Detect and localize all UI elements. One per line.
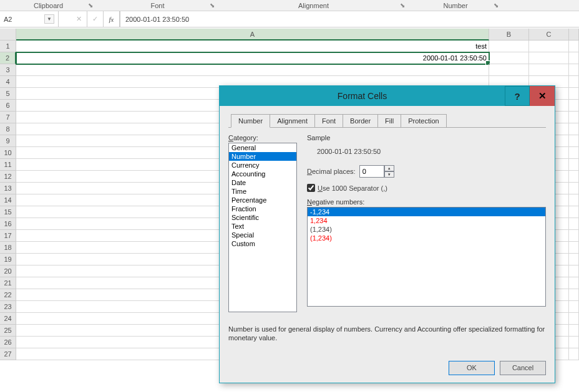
- cell[interactable]: [569, 289, 579, 301]
- negative-numbers-listbox[interactable]: -1,2341,234(1,234)(1,234): [307, 207, 546, 307]
- cell[interactable]: [489, 52, 529, 64]
- negative-number-item[interactable]: 1,234: [308, 216, 545, 225]
- row-header[interactable]: 1: [0, 41, 16, 52]
- cell[interactable]: [569, 277, 579, 289]
- row-header[interactable]: 4: [0, 76, 16, 88]
- negative-number-item[interactable]: (1,234): [308, 234, 545, 242]
- row-header[interactable]: 7: [0, 112, 16, 123]
- cell[interactable]: [569, 52, 579, 64]
- cell[interactable]: [569, 313, 579, 325]
- column-header-d[interactable]: [569, 29, 579, 41]
- cell[interactable]: [569, 265, 579, 277]
- row-header[interactable]: 20: [0, 265, 16, 277]
- category-item[interactable]: Time: [229, 187, 296, 196]
- cell[interactable]: [569, 301, 579, 313]
- cell[interactable]: [569, 41, 579, 52]
- row-header[interactable]: 24: [0, 313, 16, 325]
- cell[interactable]: [569, 337, 579, 348]
- dialog-titlebar[interactable]: Format Cells ? ✕: [220, 86, 555, 106]
- decimal-places-spinner[interactable]: ▲ ▼: [359, 165, 394, 178]
- chevron-down-icon[interactable]: ▼: [44, 14, 54, 24]
- category-item[interactable]: Percentage: [229, 196, 296, 204]
- row-header[interactable]: 16: [0, 218, 16, 230]
- enter-formula-button[interactable]: ✓: [87, 11, 104, 27]
- tab-protection[interactable]: Protection: [401, 114, 447, 128]
- tab-alignment[interactable]: Alignment: [270, 114, 315, 128]
- cell[interactable]: [529, 64, 569, 76]
- cell[interactable]: [569, 88, 579, 100]
- cell[interactable]: [569, 325, 579, 337]
- row-header[interactable]: 9: [0, 135, 16, 147]
- tab-number[interactable]: Number: [231, 114, 270, 128]
- cell[interactable]: 2000-01-01 23:50:50: [16, 52, 489, 64]
- dialog-launcher-icon[interactable]: ⬊: [210, 2, 215, 9]
- cell[interactable]: [569, 194, 579, 206]
- cell[interactable]: [569, 100, 579, 112]
- row-header[interactable]: 23: [0, 301, 16, 313]
- thousand-separator-checkbox[interactable]: [307, 184, 315, 192]
- cell[interactable]: [569, 112, 579, 123]
- row-header[interactable]: 19: [0, 254, 16, 265]
- formula-input[interactable]: 2000-01-01 23:50:50: [120, 11, 579, 27]
- cell[interactable]: test: [16, 41, 489, 52]
- negative-number-item[interactable]: (1,234): [308, 225, 545, 234]
- dialog-help-button[interactable]: ?: [505, 86, 530, 106]
- cell[interactable]: [569, 230, 579, 242]
- row-header[interactable]: 18: [0, 242, 16, 254]
- cell[interactable]: [569, 242, 579, 254]
- cell[interactable]: [489, 64, 529, 76]
- negative-number-item[interactable]: -1,234: [308, 208, 545, 216]
- category-item[interactable]: Special: [229, 231, 296, 239]
- cell[interactable]: [529, 52, 569, 64]
- row-header[interactable]: 13: [0, 183, 16, 194]
- row-header[interactable]: 17: [0, 230, 16, 242]
- cell[interactable]: [569, 135, 579, 147]
- cell[interactable]: [569, 206, 579, 218]
- cell[interactable]: [16, 64, 489, 76]
- row-header[interactable]: 21: [0, 277, 16, 289]
- column-header-b[interactable]: B: [489, 29, 529, 41]
- row-header[interactable]: 27: [0, 348, 16, 360]
- row-header[interactable]: 3: [0, 64, 16, 76]
- spinner-up-icon[interactable]: ▲: [384, 165, 394, 171]
- cell[interactable]: [569, 254, 579, 265]
- cell[interactable]: [569, 123, 579, 135]
- cancel-button[interactable]: Cancel: [500, 361, 546, 375]
- dialog-launcher-icon[interactable]: ⬊: [400, 2, 405, 9]
- dialog-launcher-icon[interactable]: ⬊: [88, 2, 93, 9]
- cell[interactable]: [569, 159, 579, 171]
- dialog-close-button[interactable]: ✕: [530, 86, 555, 106]
- cell[interactable]: [569, 218, 579, 230]
- cell[interactable]: [569, 171, 579, 183]
- category-item[interactable]: Custom: [229, 239, 296, 248]
- row-header[interactable]: 5: [0, 88, 16, 100]
- category-item[interactable]: Number: [229, 152, 296, 161]
- row-header[interactable]: 22: [0, 289, 16, 301]
- spinner-down-icon[interactable]: ▼: [384, 171, 394, 178]
- category-item[interactable]: Date: [229, 178, 296, 187]
- row-header[interactable]: 10: [0, 147, 16, 159]
- dialog-launcher-icon[interactable]: ⬊: [494, 2, 499, 9]
- column-header-a[interactable]: A: [16, 29, 489, 41]
- row-header[interactable]: 6: [0, 100, 16, 112]
- column-header-c[interactable]: C: [529, 29, 569, 41]
- row-header[interactable]: 2: [0, 52, 16, 64]
- decimal-places-input[interactable]: [359, 165, 384, 178]
- row-header[interactable]: 26: [0, 337, 16, 348]
- cell[interactable]: [569, 348, 579, 360]
- cell[interactable]: [569, 183, 579, 194]
- ok-button[interactable]: OK: [449, 361, 495, 375]
- cell[interactable]: [529, 41, 569, 52]
- row-header[interactable]: 12: [0, 171, 16, 183]
- cell[interactable]: [569, 64, 579, 76]
- tab-border[interactable]: Border: [343, 114, 378, 128]
- category-item[interactable]: Currency: [229, 161, 296, 170]
- category-item[interactable]: General: [229, 143, 296, 152]
- row-header[interactable]: 15: [0, 206, 16, 218]
- tab-font[interactable]: Font: [315, 114, 343, 128]
- tab-fill[interactable]: Fill: [378, 114, 401, 128]
- select-all-corner[interactable]: [0, 29, 16, 41]
- category-item[interactable]: Scientific: [229, 213, 296, 222]
- insert-function-button[interactable]: fx: [104, 11, 120, 27]
- row-header[interactable]: 25: [0, 325, 16, 337]
